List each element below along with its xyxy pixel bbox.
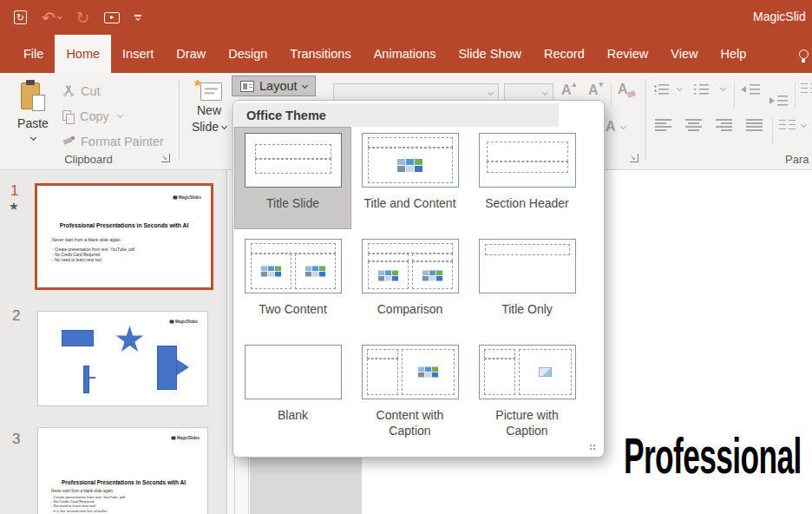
redo-icon[interactable]: ↻ (75, 10, 89, 26)
slide-number-3: 3 (12, 431, 20, 448)
slide1-intro: Never start from a blank slide again. (52, 237, 121, 242)
tab-record[interactable]: Record (533, 35, 596, 73)
title-and-content-preview (362, 133, 459, 188)
decrease-indent-icon[interactable] (741, 83, 760, 95)
powerpoint-window: ↻ ↶ ↻ ▸ MagicSlid File Home Insert Draw … (0, 0, 812, 514)
magicslides-logo: MagicSlides (171, 436, 200, 440)
layout-item-title-and-content[interactable]: Title and Content (352, 128, 468, 228)
office-theme-header: Office Theme (234, 103, 559, 127)
columns-chevron-icon[interactable] (801, 122, 807, 128)
content-icons-cluster (377, 270, 397, 280)
tab-help[interactable]: Help (709, 35, 757, 73)
start-slideshow-icon[interactable]: ▸ (104, 12, 120, 23)
layout-item-title-slide[interactable]: Title Slide (235, 128, 350, 228)
tab-home[interactable]: Home (55, 35, 111, 73)
title-slide-preview (245, 133, 342, 188)
text-direction-icon[interactable] (801, 83, 812, 95)
format-painter-button[interactable]: Format Painter (62, 128, 164, 154)
logo-mark-icon (171, 437, 175, 440)
content-icons-cluster (397, 159, 422, 172)
slide-thumbnail-1[interactable]: MagicSlides Professional Presentations i… (35, 183, 213, 290)
numbering-chevron-icon[interactable] (720, 85, 726, 91)
layout-item-picture-with-caption[interactable]: Picture with Caption (469, 339, 585, 440)
vertical-bar-shape (83, 366, 89, 393)
paragraph-group-label: Para (785, 153, 812, 166)
align-center-icon[interactable] (685, 119, 702, 131)
quick-access-toolbar: ↻ ↶ ↻ ▸ (14, 0, 141, 35)
tab-draw[interactable]: Draw (165, 35, 217, 73)
align-justify-icon[interactable] (746, 119, 763, 131)
layout-dropdown: Office Theme Title Slide Title and Conte… (232, 100, 605, 458)
paste-clipboard-icon (21, 80, 45, 111)
title-only-preview (479, 239, 576, 293)
content-icons-cluster (304, 267, 324, 277)
decrease-font-size-icon[interactable]: A▾ (588, 83, 603, 97)
customize-qat-icon[interactable] (134, 15, 141, 20)
slide-thumbnail-3[interactable]: MagicSlides Professional Presentations i… (37, 427, 208, 514)
cut-button[interactable]: Cut (62, 78, 164, 103)
font-dialog-launcher[interactable]: ↘ (630, 154, 638, 162)
picture-icon (539, 367, 552, 377)
picture-with-caption-preview (479, 345, 576, 399)
clipboard-dialog-launcher[interactable]: ↘ (161, 154, 170, 162)
layout-button[interactable]: Layout (232, 76, 316, 96)
tab-file[interactable]: File (12, 35, 55, 73)
undo-icon[interactable]: ↶ (42, 10, 61, 26)
slide1-bullets: Create presentation from text, YouTube, … (52, 247, 134, 263)
slide-title-text[interactable]: Professional (624, 432, 802, 481)
slide-number-1: 1 (10, 182, 18, 200)
clipboard-group-label: Clipboard (45, 153, 132, 166)
slide1-title: Professional Presentations in Seconds wi… (37, 222, 211, 229)
layout-icon (240, 81, 254, 92)
app-title: MagicSlid (753, 10, 806, 23)
slide-number-2: 2 (12, 307, 20, 325)
clipboard-commands: Cut Copy Format Painter (62, 78, 164, 154)
tab-review[interactable]: Review (596, 35, 660, 73)
slide3-title: Professional Presentations in Seconds wi… (38, 479, 208, 486)
content-with-caption-preview (362, 345, 459, 399)
magicslides-logo: MagicSlides (173, 195, 201, 200)
rectangle-shape (62, 330, 94, 346)
save-icon[interactable]: ↻ (14, 10, 27, 24)
tab-transitions[interactable]: Transitions (278, 35, 362, 73)
layout-item-comparison[interactable]: Comparison (352, 234, 468, 334)
columns-icon[interactable] (779, 120, 796, 131)
layout-item-section-header[interactable]: Section Header (469, 128, 585, 228)
logo-mark-icon (173, 196, 177, 200)
copy-icon (62, 110, 74, 122)
increase-font-size-icon[interactable]: A▴ (561, 83, 576, 97)
numbering-icon[interactable] (694, 83, 709, 95)
tab-slide-show[interactable]: Slide Show (447, 35, 533, 73)
tab-insert[interactable]: Insert (111, 35, 165, 73)
layout-item-content-with-caption[interactable]: Content with Caption (352, 339, 468, 440)
font-color-icon[interactable]: A (606, 120, 625, 134)
slide-thumbnail-2[interactable]: MagicSlides (37, 311, 208, 406)
bullets-icon[interactable] (654, 83, 669, 95)
title-bar: ↻ ↶ ↻ ▸ MagicSlid (0, 0, 812, 35)
new-slide-icon: * (195, 80, 223, 102)
dropdown-resize-grip[interactable] (589, 444, 596, 451)
comparison-preview (362, 239, 459, 293)
slide3-bullets: Create presentation from text, YouTube, … (51, 495, 125, 513)
new-slide-button[interactable]: * New Slide (186, 78, 232, 135)
animation-star-icon: ★ (9, 200, 19, 213)
clear-formatting-icon[interactable]: A (618, 82, 636, 96)
format-painter-icon (62, 135, 75, 147)
align-right-icon[interactable] (716, 119, 732, 131)
copy-button[interactable]: Copy (62, 103, 164, 128)
tab-design[interactable]: Design (217, 35, 278, 73)
magicslides-logo: MagicSlides (169, 320, 198, 324)
tab-animations[interactable]: Animations (363, 35, 448, 73)
content-icons-cluster (422, 270, 442, 280)
increase-indent-icon[interactable] (769, 95, 788, 106)
tab-view[interactable]: View (659, 35, 709, 73)
layout-item-two-content[interactable]: Two Content (235, 234, 350, 334)
layout-item-title-only[interactable]: Title Only (469, 234, 585, 334)
content-icons-cluster (417, 367, 437, 378)
align-left-icon[interactable] (655, 119, 671, 131)
paste-button[interactable]: Paste (10, 78, 56, 158)
ribbon-tab-bar: File Home Insert Draw Design Transitions… (0, 35, 812, 73)
tell-me-button[interactable] (799, 35, 812, 73)
bullets-chevron-icon[interactable] (677, 85, 683, 91)
layout-item-blank[interactable]: Blank (235, 339, 350, 440)
